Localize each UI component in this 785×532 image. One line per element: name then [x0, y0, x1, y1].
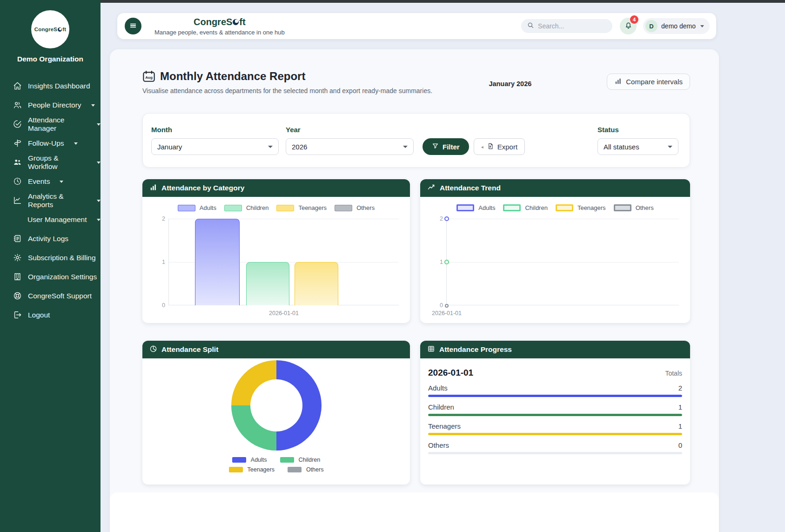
export-button[interactable]: ◂ Export: [474, 138, 525, 155]
legend-item-others[interactable]: Others: [288, 466, 324, 473]
legend-swatch: [224, 205, 242, 211]
brand-block: CongreSft Manage people, events & attend…: [154, 17, 285, 36]
notification-badge: 4: [630, 15, 638, 24]
attendance-split-card: Attendance Split Adults Children Teenage…: [142, 341, 410, 485]
clock-icon: [13, 177, 22, 186]
selected-period: January 2026: [489, 80, 531, 88]
report-title-block: Aug Monthly Attendance Report Visualise …: [142, 70, 432, 94]
bar-chart-body: Adults Children Teenagers Others 2 1 0 2…: [142, 197, 410, 323]
signpost-icon: [13, 139, 22, 148]
pie-chart-icon: [149, 345, 157, 355]
page-title: Monthly Attendance Report: [160, 70, 305, 83]
status-select[interactable]: All statuses: [597, 138, 678, 155]
sidebar-item-follow-ups[interactable]: Follow-Ups: [0, 134, 101, 153]
progress-bar: [428, 395, 682, 397]
people-icon: [13, 101, 22, 110]
legend-item-adults[interactable]: Adults: [456, 204, 495, 211]
legend-swatch: [556, 204, 573, 211]
compare-intervals-button[interactable]: Compare intervals: [607, 74, 690, 90]
sidebar-item-activity-logs[interactable]: Activity Logs: [0, 229, 101, 248]
group-icon: [13, 158, 22, 167]
sidebar-item-logout[interactable]: Logout: [0, 305, 101, 324]
attendance-trend-card: Attendance Trend Adults Children Teenage…: [420, 179, 690, 323]
legend-item-adults[interactable]: Adults: [178, 204, 216, 211]
app-tagline: Manage people, events & attendance in on…: [154, 29, 285, 36]
sidebar-item-insights-dashboard[interactable]: Insights Dashboard: [0, 76, 101, 95]
sidebar-item-organization-settings[interactable]: Organization Settings: [0, 267, 101, 286]
progress-row-teenagers: Teenagers1: [428, 422, 682, 435]
check-circle-icon: [13, 120, 22, 129]
bar-chart-icon: [149, 183, 157, 193]
sidebar-item-attendance-manager[interactable]: Attendance Manager: [0, 114, 101, 134]
month-label: Month: [151, 126, 279, 134]
x-axis-label: 2026-01-01: [269, 310, 299, 317]
chart-legend: Adults Children Teenagers Others: [149, 204, 403, 211]
menu-button[interactable]: [125, 18, 141, 34]
bar-plot-area: 2 1 0 2026-01-01: [168, 219, 399, 305]
card-header: Attendance Progress: [420, 341, 690, 358]
year-select[interactable]: 2026: [286, 138, 414, 155]
progress-bar: [428, 414, 682, 416]
card-header: Attendance Trend: [420, 179, 690, 197]
status-label: Status: [597, 126, 678, 134]
legend-item-adults[interactable]: Adults: [232, 457, 267, 463]
chart-legend: Adults Children Teenagers Others: [427, 204, 684, 211]
search-box: [521, 19, 612, 33]
attendance-progress-card: Attendance Progress 2026-01-01 Totals Ad…: [420, 341, 690, 485]
legend-swatch: [276, 205, 294, 211]
sidebar: CongreSft Demo Organization Insights Das…: [0, 0, 101, 532]
download-icon: [487, 142, 494, 151]
filter-button[interactable]: Filter: [423, 138, 469, 155]
sidebar-item-analytics-reports[interactable]: Analytics & Reports: [0, 191, 101, 210]
progress-row-children: Children1: [428, 403, 682, 416]
legend-item-teenagers[interactable]: Teenagers: [276, 204, 327, 211]
search-icon: [527, 21, 534, 31]
legend-item-teenagers[interactable]: Teenagers: [229, 466, 275, 473]
building-icon: [13, 272, 22, 282]
legend-item-children[interactable]: Children: [503, 204, 547, 211]
chevron-down-icon: [268, 146, 273, 148]
legend-item-children[interactable]: Children: [224, 204, 268, 211]
donut-chart: [231, 360, 322, 451]
legend-item-others[interactable]: Others: [335, 204, 375, 211]
sidebar-item-subscription-billing[interactable]: Subscription & Billing: [0, 248, 101, 267]
legend-swatch: [229, 467, 243, 472]
sidebar-item-congresoft-support[interactable]: CongreSoft Support: [0, 286, 101, 305]
chevron-down-icon: [668, 146, 672, 148]
legend-item-teenagers[interactable]: Teenagers: [556, 204, 606, 211]
search-input[interactable]: [538, 22, 607, 30]
legend-swatch: [614, 204, 631, 211]
legend-swatch: [232, 457, 246, 463]
org-name: Demo Organization: [17, 55, 83, 63]
bottom-section-card: [110, 492, 719, 532]
chevron-down-icon: [97, 200, 101, 202]
sidebar-item-people-directory[interactable]: People Directory: [0, 95, 101, 114]
logout-icon: [13, 310, 22, 320]
progress-bar: [428, 433, 682, 435]
app-header: CongreSft Manage people, events & attend…: [117, 13, 716, 39]
sidebar-item-user-management[interactable]: User Management: [0, 210, 101, 229]
chevron-down-icon: [60, 181, 63, 183]
legend-item-others[interactable]: Others: [614, 204, 654, 211]
legend-swatch: [288, 467, 302, 472]
notifications-button[interactable]: 4: [620, 18, 637, 34]
caret-left-icon: ◂: [481, 144, 483, 149]
legend-item-children[interactable]: Children: [280, 457, 321, 463]
sidebar-item-groups-workflow[interactable]: Groups & Workflow: [0, 153, 101, 172]
legend-swatch: [456, 204, 474, 211]
org-logo: CongreSft: [31, 10, 69, 48]
brand-logo-text: CongreSft: [34, 27, 66, 32]
month-select[interactable]: January: [151, 138, 279, 155]
content-area: CongreSft Manage people, events & attend…: [101, 0, 785, 532]
bar-teenagers: [295, 262, 338, 305]
chevron-down-icon: [97, 219, 101, 221]
home-icon: [13, 81, 22, 91]
donut-legend: Adults Children Teenagers Others: [229, 457, 324, 473]
report-header: Aug Monthly Attendance Report Visualise …: [142, 70, 690, 94]
sidebar-item-events[interactable]: Events: [0, 172, 101, 191]
chevron-down-icon: [97, 123, 101, 126]
app-title: CongreSft: [194, 17, 246, 27]
profile-menu[interactable]: D demo demo: [643, 18, 710, 34]
chevron-down-icon: [91, 104, 95, 107]
trend-plot-area: 2 1 0 2026-01-01: [446, 219, 679, 305]
